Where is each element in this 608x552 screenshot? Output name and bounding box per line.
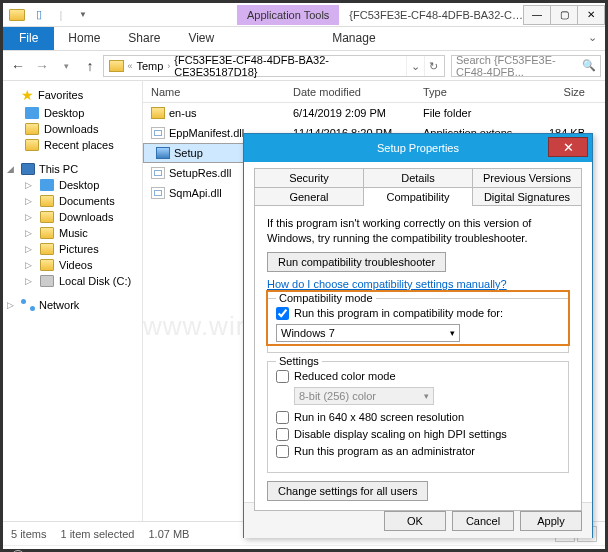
tab-general[interactable]: General bbox=[254, 187, 364, 206]
checkbox-input[interactable] bbox=[276, 307, 289, 320]
folder-icon bbox=[40, 259, 54, 271]
file-name: SqmApi.dll bbox=[169, 187, 222, 199]
file-name: SetupRes.dll bbox=[169, 167, 231, 179]
sidebar-item-downloads[interactable]: Downloads bbox=[3, 121, 142, 137]
sidebar-item-localdisk[interactable]: ▷Local Disk (C:) bbox=[3, 273, 142, 289]
file-type: File folder bbox=[423, 107, 533, 119]
folder-icon bbox=[40, 227, 54, 239]
network-icon bbox=[21, 299, 35, 311]
search-input[interactable]: Search {FC53FE3E-CF48-4DFB... 🔍 bbox=[451, 55, 601, 77]
run-troubleshooter-button[interactable]: Run compatibility troubleshooter bbox=[267, 252, 446, 272]
ribbon-toggle-icon[interactable]: ⌄ bbox=[580, 27, 605, 50]
cancel-button[interactable]: Cancel bbox=[452, 511, 514, 531]
nav-history-dropdown[interactable]: ▾ bbox=[55, 55, 77, 77]
tab-details[interactable]: Details bbox=[364, 168, 473, 187]
sidebar-item-music[interactable]: ▷Music bbox=[3, 225, 142, 241]
sidebar-item-recent[interactable]: Recent places bbox=[3, 137, 142, 153]
file-name: EppManifest.dll bbox=[169, 127, 244, 139]
tab-panel-compatibility: If this program isn't working correctly … bbox=[254, 205, 582, 511]
tab-security[interactable]: Security bbox=[254, 168, 364, 187]
compat-mode-select[interactable]: Windows 7 ▾ bbox=[276, 324, 460, 342]
nav-forward-button[interactable]: → bbox=[31, 55, 53, 77]
tab-share[interactable]: Share bbox=[114, 27, 174, 50]
desktop-icon bbox=[25, 107, 39, 119]
breadcrumb-segment[interactable]: {FC53FE3E-CF48-4DFB-BA32-CE3E35187D18} bbox=[170, 54, 406, 78]
navigation-pane: ★Favorites Desktop Downloads Recent plac… bbox=[3, 81, 143, 521]
dialog-close-button[interactable]: ✕ bbox=[548, 137, 588, 157]
col-date[interactable]: Date modified bbox=[293, 86, 423, 98]
ok-button[interactable]: OK bbox=[384, 511, 446, 531]
navigation-bar: ← → ▾ ↑ « Temp › {FC53FE3E-CF48-4DFB-BA3… bbox=[3, 51, 605, 81]
properties-dialog: Setup Properties ✕ Security Details Prev… bbox=[243, 133, 593, 538]
search-icon: 🔍 bbox=[582, 59, 596, 72]
sidebar-item-pictures[interactable]: ▷Pictures bbox=[3, 241, 142, 257]
run-640-checkbox[interactable]: Run in 640 x 480 screen resolution bbox=[276, 411, 560, 424]
compat-mode-checkbox[interactable]: Run this program in compatibility mode f… bbox=[276, 307, 560, 320]
nav-back-button[interactable]: ← bbox=[7, 55, 29, 77]
sidebar-network[interactable]: ▷Network bbox=[3, 297, 142, 313]
sidebar-thispc[interactable]: ◢This PC bbox=[3, 161, 142, 177]
change-all-users-button[interactable]: Change settings for all users bbox=[267, 481, 428, 501]
close-button[interactable]: ✕ bbox=[577, 5, 605, 25]
window-titlebar: ▯ | ▼ Application Tools {FC53FE3E-CF48-4… bbox=[3, 3, 605, 27]
file-icon bbox=[151, 107, 165, 119]
folder-icon bbox=[109, 60, 124, 72]
ribbon: File Home Share View Manage ⌄ bbox=[3, 27, 605, 51]
dialog-titlebar[interactable]: Setup Properties ✕ bbox=[244, 134, 592, 162]
tab-view[interactable]: View bbox=[174, 27, 228, 50]
sidebar-item-documents[interactable]: ▷Documents bbox=[3, 193, 142, 209]
group-label: Settings bbox=[276, 355, 322, 367]
apply-button[interactable]: Apply bbox=[520, 511, 582, 531]
file-icon bbox=[151, 127, 165, 139]
file-date: 6/14/2019 2:09 PM bbox=[293, 107, 423, 119]
file-row[interactable]: en-us6/14/2019 2:09 PMFile folder bbox=[143, 103, 605, 123]
file-icon bbox=[151, 167, 165, 179]
folder-icon bbox=[40, 195, 54, 207]
col-type[interactable]: Type bbox=[423, 86, 533, 98]
nav-up-button[interactable]: ↑ bbox=[79, 55, 101, 77]
tab-manage[interactable]: Manage bbox=[318, 27, 389, 50]
folder-icon bbox=[25, 139, 39, 151]
file-icon bbox=[156, 147, 170, 159]
tab-home[interactable]: Home bbox=[54, 27, 114, 50]
sidebar-item-desktop[interactable]: ▷Desktop bbox=[3, 177, 142, 193]
breadcrumb-segment[interactable]: Temp bbox=[132, 60, 167, 72]
maximize-button[interactable]: ▢ bbox=[550, 5, 578, 25]
title-path: {FC53FE3E-CF48-4DFB-BA32-CE3E35187D18} bbox=[349, 9, 524, 21]
dialog-title: Setup Properties bbox=[377, 142, 459, 154]
quick-access-icon[interactable]: ▯ bbox=[29, 6, 49, 24]
compat-help-link[interactable]: How do I choose compatibility settings m… bbox=[267, 278, 507, 290]
sidebar-favorites[interactable]: ★Favorites bbox=[3, 85, 142, 105]
sidebar-item-desktop[interactable]: Desktop bbox=[3, 105, 142, 121]
settings-group: Settings Reduced color mode 8-bit (256) … bbox=[267, 361, 569, 473]
col-name[interactable]: Name bbox=[143, 86, 293, 98]
color-depth-select: 8-bit (256) color ▾ bbox=[294, 387, 434, 405]
disable-dpi-checkbox[interactable]: Disable display scaling on high DPI sett… bbox=[276, 428, 560, 441]
address-dropdown-icon[interactable]: ⌄ bbox=[406, 56, 424, 76]
folder-icon bbox=[25, 123, 39, 135]
expand-icon[interactable]: ◢ bbox=[7, 164, 17, 174]
pc-icon bbox=[21, 163, 35, 175]
file-tab[interactable]: File bbox=[3, 27, 54, 50]
refresh-icon[interactable]: ↻ bbox=[424, 56, 442, 76]
dropdown-icon[interactable]: ▼ bbox=[73, 6, 93, 24]
sidebar-item-downloads[interactable]: ▷Downloads bbox=[3, 209, 142, 225]
tab-digital-signatures[interactable]: Digital Signatures bbox=[473, 187, 582, 206]
tab-previous-versions[interactable]: Previous Versions bbox=[473, 168, 582, 187]
folder-icon bbox=[40, 243, 54, 255]
folder-icon bbox=[40, 211, 54, 223]
run-admin-checkbox[interactable]: Run this program as an administrator bbox=[276, 445, 560, 458]
file-name: Setup bbox=[174, 147, 203, 159]
star-icon: ★ bbox=[21, 87, 34, 103]
fewer-details-row[interactable]: ⌃ Fewer details bbox=[3, 545, 605, 552]
dropdown-icon: ▾ bbox=[424, 391, 429, 401]
group-label: Compatibility mode bbox=[276, 292, 376, 304]
address-bar[interactable]: « Temp › {FC53FE3E-CF48-4DFB-BA32-CE3E35… bbox=[103, 55, 445, 77]
tab-compatibility[interactable]: Compatibility bbox=[364, 187, 473, 206]
col-size[interactable]: Size bbox=[533, 86, 593, 98]
sidebar-item-videos[interactable]: ▷Videos bbox=[3, 257, 142, 273]
minimize-button[interactable]: — bbox=[523, 5, 551, 25]
dropdown-icon: ▾ bbox=[450, 328, 455, 338]
status-size: 1.07 MB bbox=[148, 528, 189, 540]
reduced-color-checkbox[interactable]: Reduced color mode bbox=[276, 370, 560, 383]
